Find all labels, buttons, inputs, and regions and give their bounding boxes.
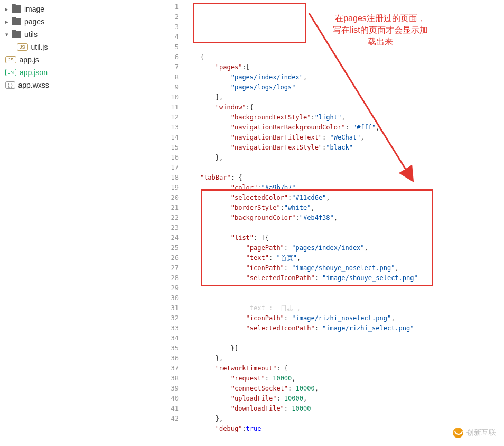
code-line[interactable]	[185, 333, 504, 343]
line-number: 33	[158, 323, 179, 333]
line-number: 2	[158, 12, 179, 22]
line-number: 29	[158, 283, 179, 293]
annotation-box-pages	[193, 3, 306, 43]
line-number: 41	[158, 404, 179, 414]
line-number: 19	[158, 183, 179, 193]
line-number: 34	[158, 333, 179, 343]
annotation-text: 在pages注册过的页面， 写在list的页面才会显示加 载出来	[317, 13, 444, 48]
line-number: 21	[158, 203, 179, 213]
file-label: app.wxss	[18, 81, 49, 89]
file-type-badge: JN	[5, 69, 16, 76]
line-number: 17	[158, 163, 179, 173]
file-label: util.js	[31, 43, 48, 51]
folder-item[interactable]: ▾utils	[0, 28, 158, 41]
file-item[interactable]: JNapp.json	[0, 66, 158, 79]
line-number: 14	[158, 133, 179, 143]
watermark: 创新互联	[453, 428, 496, 438]
code-editor[interactable]: 1234567891011121314151617181920212223242…	[158, 0, 504, 446]
line-number: 6	[158, 52, 179, 62]
folder-item[interactable]: ▸image	[0, 3, 158, 15]
file-type-badge: JS	[5, 56, 16, 63]
line-number: 38	[158, 374, 179, 384]
line-number: 35	[158, 343, 179, 354]
chevron-icon: ▸	[5, 18, 12, 25]
line-number: 5	[158, 42, 179, 52]
folder-icon	[12, 5, 21, 13]
line-numbers: 1234567891011121314151617181920212223242…	[158, 0, 185, 446]
line-number: 13	[158, 123, 179, 133]
file-item[interactable]: { }app.wxss	[0, 79, 158, 91]
code-line[interactable]: "request": 10000,	[185, 374, 504, 384]
code-line[interactable]: "connectSocket": 10000,	[185, 384, 504, 394]
line-number: 4	[158, 32, 179, 42]
line-number: 3	[158, 22, 179, 32]
line-number: 23	[158, 223, 179, 233]
file-type-badge: { }	[5, 81, 15, 89]
file-item[interactable]: JSapp.js	[0, 53, 158, 66]
line-number: 30	[158, 293, 179, 303]
line-number: 8	[158, 72, 179, 82]
code-content[interactable]: { "pages":[ "pages/index/index", "pages/…	[185, 0, 504, 446]
code-line[interactable]: "uploadFile": 10000,	[185, 394, 504, 404]
file-item[interactable]: JSutil.js	[0, 41, 158, 53]
line-number: 39	[158, 384, 179, 394]
file-label: app.json	[20, 68, 48, 77]
line-number: 18	[158, 173, 179, 183]
folder-item[interactable]: ▸pages	[0, 15, 158, 28]
code-line[interactable]	[185, 293, 504, 303]
code-line[interactable]: "networkTimeout": {	[185, 364, 504, 374]
line-number: 22	[158, 213, 179, 223]
code-line[interactable]: },	[185, 414, 504, 424]
line-number: 24	[158, 233, 179, 243]
folder-label: pages	[24, 17, 44, 26]
file-type-badge: JS	[17, 43, 28, 51]
line-number: 28	[158, 273, 179, 283]
code-line[interactable]: }]	[185, 343, 504, 354]
line-number: 16	[158, 153, 179, 163]
line-number: 40	[158, 394, 179, 404]
line-number: 26	[158, 253, 179, 263]
line-number: 37	[158, 364, 179, 374]
line-number: 20	[158, 193, 179, 203]
line-number: 9	[158, 82, 179, 92]
line-number: 32	[158, 313, 179, 323]
line-number: 42	[158, 414, 179, 424]
annotation-box-list	[201, 189, 433, 286]
line-number: 1	[158, 2, 179, 12]
line-number: 12	[158, 113, 179, 123]
code-line[interactable]	[185, 444, 504, 446]
folder-icon	[12, 18, 21, 25]
line-number: 36	[158, 354, 179, 364]
code-line[interactable]: "selectedIconPath": "image/rizhi_select.…	[185, 323, 504, 333]
folder-label: utils	[24, 30, 38, 39]
line-number: 10	[158, 92, 179, 103]
code-line[interactable]: },	[185, 354, 504, 364]
line-number: 31	[158, 303, 179, 313]
code-line[interactable]: text : 日志 ,	[185, 303, 504, 313]
file-tree: ▸image▸pages▾utilsJSutil.jsJSapp.jsJNapp…	[0, 0, 158, 446]
line-number: 27	[158, 263, 179, 273]
code-line[interactable]: "iconPath": "image/rizhi_noselect.png",	[185, 313, 504, 323]
chevron-icon: ▸	[5, 6, 12, 13]
line-number: 11	[158, 103, 179, 113]
line-number: 15	[158, 143, 179, 153]
code-line[interactable]: "downloadFile": 10000	[185, 404, 504, 414]
file-label: app.js	[20, 55, 39, 64]
folder-icon	[12, 31, 21, 38]
watermark-icon	[453, 428, 463, 438]
line-number: 7	[158, 62, 179, 72]
chevron-icon: ▾	[5, 31, 12, 38]
line-number: 25	[158, 243, 179, 253]
folder-label: image	[24, 5, 44, 13]
